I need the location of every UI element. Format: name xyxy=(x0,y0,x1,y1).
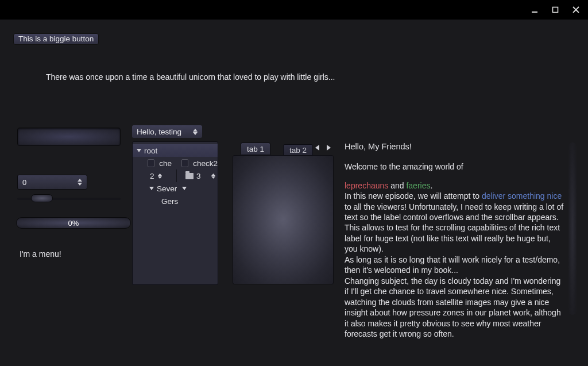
svg-marker-16 xyxy=(327,145,331,151)
tree-item-label: Sever xyxy=(157,184,177,193)
tree-item-label: root xyxy=(144,147,157,155)
rt-span: As long as it is so long that it will wo… xyxy=(345,255,560,275)
tree-item-gers[interactable]: Gers xyxy=(133,195,218,207)
chevron-down-icon xyxy=(136,149,142,152)
close-button[interactable] xyxy=(572,6,580,14)
tab-next-button[interactable] xyxy=(326,144,331,152)
chevron-down-icon xyxy=(149,187,154,190)
tree-item-numbers[interactable]: 2 3 xyxy=(133,169,218,182)
option-button-label: Hello, testing xyxy=(137,128,181,136)
rt-span: In this new episode, we will attempt to xyxy=(345,191,482,201)
checkbox-label: check2 xyxy=(193,159,218,168)
rt-span: Changing subject, the day is cloudy toda… xyxy=(345,276,561,338)
rt-green: faeries xyxy=(406,181,430,190)
rt-span: . xyxy=(430,181,432,190)
tab-2[interactable]: tab 2 xyxy=(283,144,313,156)
tree-item-label: Gers xyxy=(161,197,178,206)
progress-bar: 0% xyxy=(16,217,131,229)
biggie-button[interactable]: This is a biggie button xyxy=(13,33,99,45)
tree-item-checks[interactable]: che check2 xyxy=(133,157,218,169)
svg-marker-8 xyxy=(137,149,141,152)
rt-span: Welcome to the amazing world of xyxy=(345,162,463,171)
rt-red: leprechauns xyxy=(345,181,388,190)
text-input[interactable] xyxy=(17,128,121,146)
svg-marker-9 xyxy=(158,174,162,176)
tree-control[interactable]: root che check2 2 3 xyxy=(132,141,218,285)
tab-panel xyxy=(233,155,334,284)
svg-marker-14 xyxy=(182,187,187,190)
tree-cell-value: 3 xyxy=(196,172,201,180)
spinbox-value: 0 xyxy=(22,178,26,187)
svg-rect-1 xyxy=(553,7,558,13)
svg-marker-15 xyxy=(315,145,319,151)
checkbox-check2[interactable] xyxy=(181,159,188,167)
story-label: There was once upon a time a beautiful u… xyxy=(46,72,335,82)
menu-button[interactable]: I'm a menu! xyxy=(20,249,121,259)
svg-marker-7 xyxy=(193,132,198,135)
tab-1[interactable]: tab 1 xyxy=(241,142,270,155)
svg-marker-12 xyxy=(211,176,215,179)
minimize-button[interactable] xyxy=(531,6,539,14)
chevron-updown-icon[interactable] xyxy=(158,174,162,179)
svg-marker-5 xyxy=(78,183,82,186)
spinbox-arrows[interactable] xyxy=(78,179,82,186)
svg-marker-13 xyxy=(149,187,154,190)
rt-link[interactable]: deliver something nice xyxy=(482,191,562,201)
rt-span: This allows to test for the scrolling ca… xyxy=(345,223,560,253)
rich-text-title: Hello, My Friends! xyxy=(345,141,565,152)
rt-span: and xyxy=(388,181,406,190)
option-button[interactable]: Hello, testing xyxy=(132,125,202,138)
titlebar xyxy=(0,0,588,20)
rich-text-label[interactable]: Hello, My Friends! Welcome to the amazin… xyxy=(345,141,565,340)
scrollbar[interactable] xyxy=(568,142,577,315)
chevron-updown-icon xyxy=(193,129,198,135)
checkbox-che[interactable] xyxy=(148,159,154,167)
spinbox[interactable]: 0 xyxy=(17,175,87,190)
svg-marker-6 xyxy=(193,129,198,132)
svg-rect-0 xyxy=(532,11,537,13)
slider-thumb[interactable] xyxy=(31,194,53,202)
progress-text: 0% xyxy=(68,219,79,228)
svg-marker-11 xyxy=(211,174,215,176)
tab-prev-button[interactable] xyxy=(314,144,320,152)
spin-arrows-icon[interactable] xyxy=(211,174,215,179)
tree-cell-value: 2 xyxy=(150,172,154,180)
maximize-button[interactable] xyxy=(551,6,559,14)
rt-span: to all the viewers! Unfortunately, I nee… xyxy=(345,202,563,222)
folder-icon xyxy=(185,173,194,179)
chevron-down-icon xyxy=(181,187,187,190)
tree-item-root[interactable]: root xyxy=(133,144,218,157)
slider[interactable] xyxy=(17,194,121,203)
tree-item-sever[interactable]: Sever xyxy=(133,182,218,195)
checkbox-label: che xyxy=(159,159,172,168)
svg-marker-4 xyxy=(78,179,82,182)
svg-marker-10 xyxy=(158,176,162,179)
